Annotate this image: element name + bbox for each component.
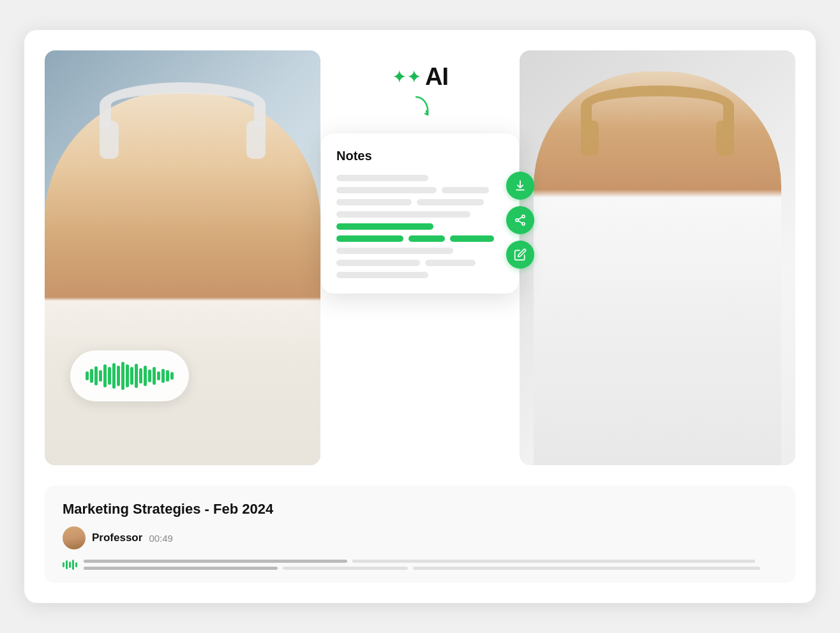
progress-bar-empty-2: [413, 567, 760, 570]
progress-bar-3: [283, 567, 408, 570]
curved-arrow-icon: [405, 92, 435, 123]
note-line-green-4: [450, 235, 493, 242]
share-icon: [514, 214, 527, 227]
avatar: [63, 526, 86, 549]
notes-title: Notes: [336, 149, 504, 163]
download-button[interactable]: [506, 172, 534, 200]
session-time: 00:49: [149, 533, 173, 544]
progress-bar-2: [84, 567, 278, 570]
professor-name: Professor: [92, 532, 142, 544]
note-line-3: [442, 187, 488, 193]
note-line-8: [336, 260, 420, 266]
sparkles-icon: ✦✦: [392, 68, 421, 86]
note-line-green-2: [336, 235, 403, 242]
progress-bar-1: [84, 560, 347, 563]
note-line-green-1: [336, 223, 433, 230]
bottom-section: Marketing Strategies - Feb 2024 Professo…: [45, 486, 795, 583]
download-icon: [514, 179, 527, 192]
edit-icon: [514, 248, 527, 261]
note-line-10: [336, 272, 428, 278]
center-overlay: ✦✦ AI Notes: [331, 50, 509, 465]
top-section: ✦✦ AI Notes: [45, 50, 795, 465]
session-meta: Professor 00:49: [63, 526, 777, 549]
progress-bar-empty-1: [352, 560, 754, 563]
ai-label: ✦✦ AI: [392, 63, 448, 123]
main-card: ✦✦ AI Notes: [24, 30, 816, 603]
session-title: Marketing Strategies - Feb 2024: [63, 501, 777, 518]
note-line-7: [336, 248, 453, 254]
progress-area: [84, 560, 777, 570]
notes-actions: [506, 172, 534, 269]
waveform-animation: [86, 359, 174, 392]
notes-card: Notes: [321, 133, 519, 294]
note-line-green-3: [409, 235, 446, 242]
note-line-2: [336, 187, 437, 193]
audio-waveform-icon: [63, 560, 77, 570]
edit-button[interactable]: [506, 241, 534, 269]
photo-left: [45, 50, 320, 465]
ai-text: AI: [425, 63, 448, 91]
audio-player: [63, 560, 777, 570]
note-line-6: [336, 211, 470, 218]
note-line-4: [336, 199, 412, 205]
note-line-9: [425, 260, 476, 266]
note-line-1: [336, 175, 428, 181]
share-button[interactable]: [506, 206, 534, 234]
waveform-bubble: [70, 350, 189, 401]
photo-right: [520, 50, 795, 465]
notes-lines: [336, 175, 504, 278]
note-line-5: [417, 199, 484, 205]
